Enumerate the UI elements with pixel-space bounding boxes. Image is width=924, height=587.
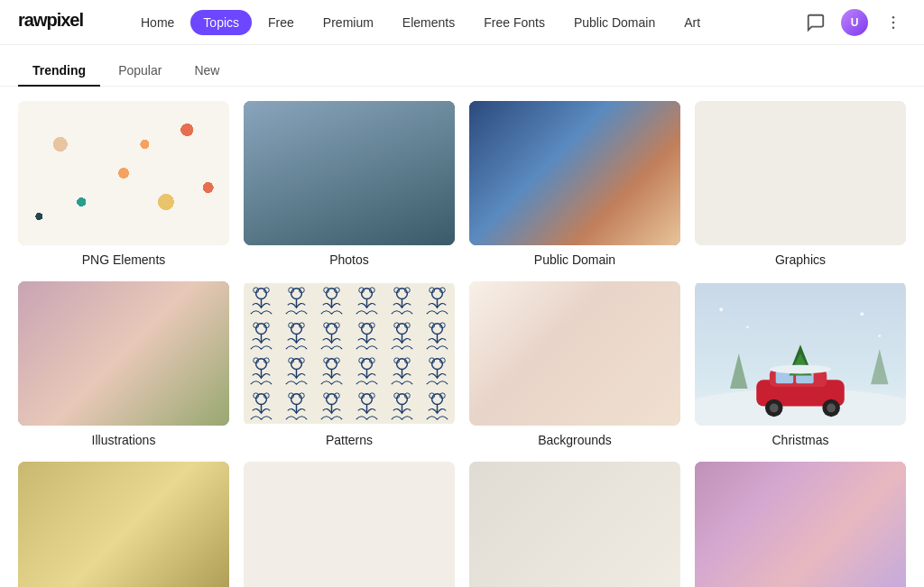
svg-point-11: [122, 302, 180, 360]
svg-rect-59: [394, 489, 417, 491]
graphics-image: [695, 101, 906, 245]
svg-rect-40: [18, 462, 229, 587]
photos-image: [244, 101, 455, 245]
svg-point-5: [286, 116, 412, 185]
nav-free[interactable]: Free: [255, 10, 307, 35]
svg-rect-63: [469, 462, 680, 561]
svg-point-28: [770, 404, 779, 413]
svg-rect-65: [525, 484, 588, 565]
svg-point-3: [892, 26, 895, 29]
svg-rect-53: [277, 559, 327, 561]
nav-art[interactable]: Art: [671, 10, 713, 35]
graphics-label: Graphics: [695, 252, 906, 267]
photos-label: Photos: [244, 252, 455, 267]
list-item[interactable]: Christmas: [695, 281, 906, 447]
svg-point-38: [860, 312, 864, 316]
textures-image: [695, 462, 906, 587]
svg-point-76: [752, 554, 813, 587]
list-item[interactable]: Graphics: [695, 101, 906, 267]
svg-rect-49: [293, 520, 320, 537]
svg-text:rawpixel: rawpixel: [18, 10, 83, 30]
content-tabs: Trending Popular New: [0, 45, 924, 87]
illustrations-image: [18, 281, 229, 426]
tab-new[interactable]: New: [180, 56, 234, 87]
nav-premium[interactable]: Premium: [310, 10, 386, 35]
svg-rect-47: [275, 487, 338, 523]
svg-point-43: [118, 478, 174, 555]
svg-point-6: [331, 166, 367, 216]
list-item[interactable]: Backgrounds: [469, 281, 680, 447]
svg-rect-64: [521, 480, 593, 570]
nav-topics[interactable]: Topics: [190, 10, 252, 35]
svg-rect-73: [695, 462, 906, 587]
backgrounds-label: Backgrounds: [469, 433, 680, 447]
list-item[interactable]: Illustrations: [18, 281, 229, 447]
user-avatar[interactable]: U: [841, 9, 868, 36]
nav-public-domain[interactable]: Public Domain: [561, 10, 668, 35]
public-domain-image: [469, 101, 680, 245]
svg-point-30: [827, 404, 836, 413]
svg-rect-8: [469, 101, 680, 245]
header: rawpixel Home Topics Free Premium Elemen…: [0, 0, 924, 45]
svg-rect-61: [394, 501, 416, 505]
list-item[interactable]: PNG Elements: [18, 101, 229, 267]
list-item[interactable]: Photos: [244, 101, 455, 267]
svg-point-67: [546, 510, 568, 521]
nav-free-fonts[interactable]: Free Fonts: [471, 10, 558, 35]
chat-icon[interactable]: [803, 10, 828, 35]
svg-rect-54: [360, 487, 423, 532]
svg-point-35: [770, 365, 831, 374]
svg-point-7: [335, 148, 364, 177]
svg-rect-51: [277, 547, 336, 550]
svg-rect-60: [393, 494, 418, 499]
tab-popular[interactable]: Popular: [104, 56, 176, 87]
list-item[interactable]: Mockups: [469, 462, 680, 587]
svg-rect-10: [18, 281, 229, 426]
list-item[interactable]: Public Domain: [469, 101, 680, 267]
header-actions: U: [803, 9, 906, 36]
svg-point-9: [557, 133, 611, 205]
nav-elements[interactable]: Elements: [390, 10, 467, 35]
svg-rect-57: [363, 545, 412, 546]
nav-home[interactable]: Home: [128, 10, 187, 35]
list-item[interactable]: Patterns: [244, 281, 455, 447]
patterns-label: Patterns: [244, 433, 455, 447]
list-item[interactable]: Textures: [695, 462, 906, 587]
svg-rect-19: [244, 283, 455, 424]
templates-image: [244, 462, 455, 587]
svg-point-1: [892, 15, 895, 18]
list-item[interactable]: Templates: [244, 462, 455, 587]
svg-point-42: [64, 468, 111, 537]
svg-rect-46: [354, 480, 430, 587]
logo[interactable]: rawpixel: [18, 10, 99, 35]
svg-rect-68: [602, 534, 624, 565]
main-nav: Home Topics Free Premium Elements Free F…: [128, 10, 781, 35]
svg-rect-58: [363, 550, 417, 552]
svg-point-66: [541, 536, 573, 550]
svg-point-75: [800, 491, 855, 523]
svg-point-13: [88, 326, 124, 362]
svg-point-70: [600, 487, 641, 518]
svg-point-48: [293, 518, 320, 540]
public-domain-label: Public Domain: [469, 252, 680, 267]
christmas-label: Christmas: [695, 433, 906, 447]
christmas-image: [695, 281, 906, 426]
topics-grid: PNG Elements: [0, 87, 924, 587]
backgrounds-image: [469, 281, 680, 426]
svg-point-39: [878, 335, 881, 337]
illustrations-label: Illustrations: [18, 433, 229, 447]
svg-rect-20: [469, 281, 680, 426]
more-options-icon[interactable]: [881, 10, 906, 35]
list-item[interactable]: Public Domain Art Nouveau: [18, 462, 229, 587]
svg-rect-45: [268, 480, 345, 587]
svg-point-36: [719, 307, 723, 311]
svg-point-74: [717, 505, 776, 544]
tab-trending[interactable]: Trending: [18, 56, 100, 87]
svg-point-12: [65, 340, 110, 385]
svg-rect-72: [469, 579, 680, 587]
svg-rect-44: [244, 462, 455, 587]
svg-point-37: [746, 326, 749, 328]
svg-point-41: [41, 465, 107, 548]
svg-point-2: [892, 21, 895, 23]
svg-rect-52: [277, 554, 322, 555]
